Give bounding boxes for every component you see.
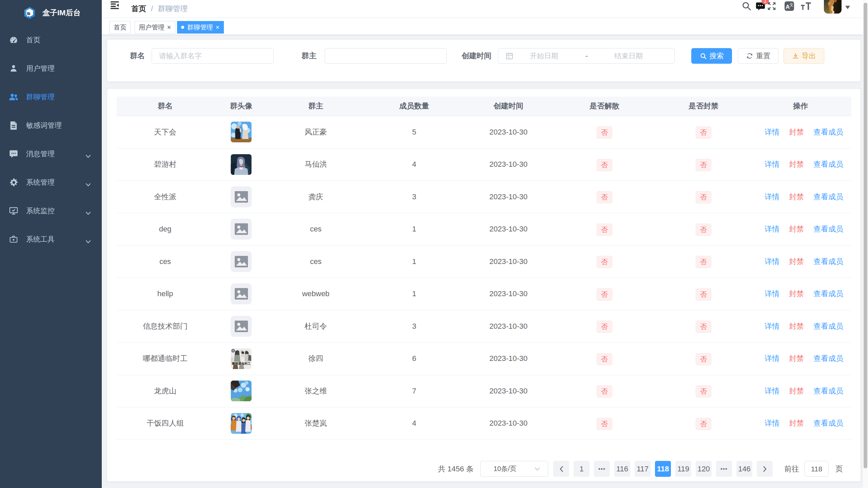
svg-text:文: 文 — [790, 2, 794, 7]
svg-text:A: A — [786, 4, 790, 10]
